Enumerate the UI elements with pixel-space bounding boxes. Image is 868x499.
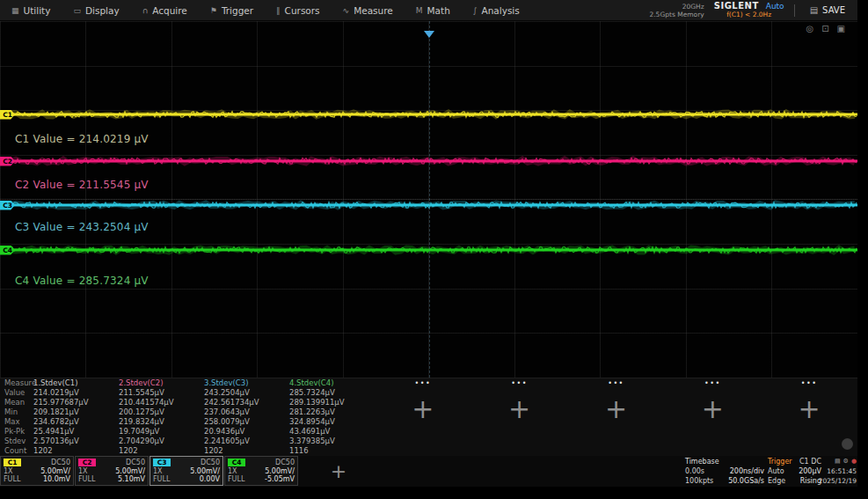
measure-value: 210.441574μV [119, 398, 204, 407]
add-measurement-button[interactable]: + [605, 396, 627, 422]
grid-status-icon: ▤ [835, 457, 841, 466]
record-status-icon: ● [851, 457, 857, 466]
menu-items: ▦Utility▭Display∩Acquire⚑Trigger∥Cursors… [0, 0, 531, 20]
measure-row-label: Min [4, 407, 33, 417]
waveform-area[interactable]: ◎ ⊡ ▣ C1C1 Value = 214.0219 μVC2C2 Value… [0, 21, 857, 378]
measure-column-3[interactable]: 3.Stdev(C3)243.2504μV242.561734μV237.064… [204, 378, 289, 456]
measure-value: 1202 [204, 446, 289, 456]
menu-item-label: Cursors [285, 5, 320, 16]
trigger-icon: ⚑ [210, 6, 217, 15]
measure-column-1[interactable]: 1.Stdev(C1)214.0219μV215.977687μV209.182… [33, 378, 119, 456]
measure-column-header: 4.Stdev(C4) [289, 378, 375, 388]
menu-item-math[interactable]: MMath [405, 0, 462, 20]
add-measurement-button[interactable]: + [799, 396, 821, 422]
measure-value: 237.0643μV [204, 407, 289, 417]
menu-item-label: Utility [24, 5, 51, 16]
measure-value: 243.2504μV [204, 388, 289, 398]
measure-value: 324.8954μV [289, 417, 375, 427]
timebase-scale: 200ns/div [730, 466, 764, 476]
save-label: SAVE [822, 5, 845, 15]
more-options-button[interactable]: ••• [801, 379, 818, 387]
measure-value: 3.379385μV [289, 437, 375, 446]
clock: ▤ ⚙ ● 16:51:45 2025/12/19 [816, 457, 857, 486]
channel-coupling: DC50 [201, 459, 220, 466]
channel-box-c3[interactable]: C3DC501X5.00mV/FULL0.00V [150, 456, 223, 486]
menu-item-cursors[interactable]: ∥Cursors [265, 0, 332, 20]
more-options-button[interactable]: ••• [511, 379, 528, 387]
add-measurement-button[interactable]: + [702, 396, 724, 422]
channel-scale: 5.00mV/ [115, 467, 145, 475]
menu-bar: ▦Utility▭Display∩Acquire⚑Trigger∥Cursors… [0, 0, 857, 20]
menu-item-utility[interactable]: ▦Utility [0, 0, 62, 20]
measure-row-label: Count [4, 446, 33, 456]
timebase-sample-rate: 50.0GSa/s [728, 476, 764, 486]
menu-item-measure[interactable]: ∿Measure [332, 0, 405, 20]
add-trace-button[interactable]: + [308, 456, 369, 486]
measure-row-label: Value [4, 388, 33, 398]
measure-value: 285.7324μV [289, 388, 375, 398]
timebase-panel[interactable]: Timebase 0.00s 200ns/div 100kpts 50.0GSa… [685, 457, 764, 486]
more-options-button[interactable]: ••• [415, 379, 432, 387]
menu-item-acquire[interactable]: ∩Acquire [131, 0, 199, 20]
channel-bandwidth: FULL [228, 475, 244, 483]
timebase-title: Timebase [685, 457, 719, 466]
measure-value: 1202 [33, 446, 119, 456]
menu-item-label: Acquire [152, 5, 187, 16]
channel-value-label-c2: C2 Value = 211.5545 μV [15, 179, 149, 191]
menu-item-trigger[interactable]: ⚑Trigger [199, 0, 265, 20]
channel-box-c2[interactable]: C2DC501X5.00mV/FULL5.10mV [75, 456, 149, 486]
menu-item-label: Display [85, 5, 120, 16]
more-options-button[interactable]: ••• [704, 379, 721, 387]
brand-row: SIGLENT Auto [714, 2, 784, 11]
timebase-points: 100kpts [685, 476, 713, 486]
waveform-toolbar: ◎ ⊡ ▣ [806, 24, 845, 33]
measure-value: 2.241605μV [204, 437, 289, 446]
trigger-panel[interactable]: Trigger C1 DC Auto 200μV Edge Rising [768, 457, 821, 486]
gear-icon[interactable]: ⚙ [843, 457, 849, 466]
table-scroll-button[interactable] [842, 438, 853, 450]
memory-label: 2.5Gpts Memory [649, 11, 704, 18]
math-icon: M [416, 6, 423, 15]
trigger-frequency-label: f(C1) < 2.0Hz [726, 11, 771, 19]
channel-status-boxes: C1DC501X5.00mV/FULL10.0mVC2DC501X5.00mV/… [0, 456, 299, 486]
save-button[interactable]: ▤ SAVE [805, 5, 850, 15]
channel-offset: 0.00V [200, 475, 220, 483]
status-icons: ▤ ⚙ ● [816, 457, 857, 466]
status-bar: C1DC501X5.00mV/FULL10.0mVC2DC501X5.00mV/… [0, 456, 857, 487]
measure-value: 211.5545μV [119, 388, 204, 398]
measure-value: 25.4941μV [33, 427, 119, 437]
time-label: 16:51:45 [816, 466, 857, 476]
menu-item-label: Math [427, 5, 450, 16]
measure-value: 20.9436μV [204, 427, 289, 437]
more-options-button[interactable]: ••• [608, 379, 624, 387]
menu-item-display[interactable]: ▭Display [62, 0, 130, 20]
channel-coupling: DC50 [126, 459, 145, 466]
record-icon[interactable]: ◎ [806, 24, 813, 33]
measurement-table: MeasureValueMeanMinMaxPk-PkStdevCount 1.… [0, 378, 857, 456]
channel-bandwidth: FULL [78, 475, 95, 483]
channel-box-c4[interactable]: C4DC501X5.00mV/FULL-5.05mV [224, 456, 298, 486]
fullscreen-icon[interactable]: ▣ [837, 24, 845, 33]
brand-block: SIGLENT Auto f(C1) < 2.0Hz [714, 2, 784, 19]
trigger-position-line [429, 21, 430, 378]
measure-value: 234.6782μV [33, 417, 119, 427]
add-measurement-button[interactable]: + [508, 396, 530, 422]
trigger-position-marker[interactable] [424, 31, 434, 38]
menu-item-analysis[interactable]: ∫Analysis [462, 0, 531, 20]
measure-icon: ∿ [343, 6, 350, 15]
channel-box-c1[interactable]: C1DC501X5.00mV/FULL10.0mV [0, 456, 74, 486]
measure-column-4[interactable]: 4.Stdev(C4)285.7324μV289.139911μV281.226… [289, 378, 375, 456]
channel-bandwidth: FULL [153, 475, 170, 483]
measure-row-label: Measure [4, 378, 33, 388]
measure-value: 289.139911μV [289, 398, 375, 407]
measure-column-2[interactable]: 2.Stdev(C2)211.5545μV210.441574μV200.127… [119, 378, 204, 456]
measure-column-header: 2.Stdev(C2) [119, 378, 204, 388]
add-measurement-button[interactable]: + [412, 396, 434, 422]
channel-offset: 5.10mV [118, 475, 145, 483]
measure-column-header: 3.Stdev(C3) [204, 378, 289, 388]
channel-scale: 5.00mV/ [190, 467, 220, 475]
zoom-icon[interactable]: ⊡ [821, 24, 828, 33]
channel-tag-c3: C3 [153, 459, 171, 466]
measure-value: 2.570136μV [33, 437, 119, 446]
channel-tag-c1: C1 [4, 459, 21, 466]
